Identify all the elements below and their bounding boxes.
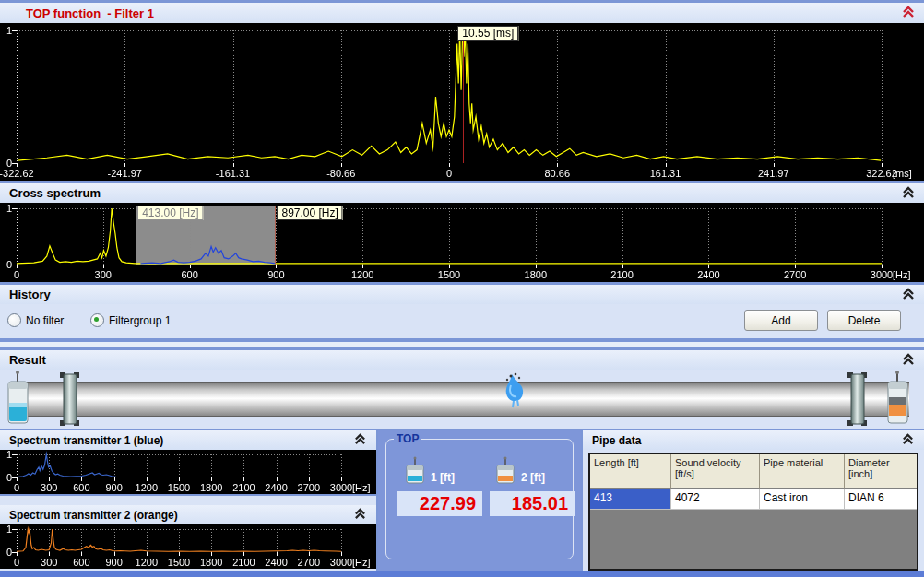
panel-title-spectrum-2: Spectrum transmitter 2 (orange) (0, 509, 178, 522)
result-body (0, 370, 924, 429)
delete-button[interactable]: Delete (827, 310, 901, 331)
leak-marker-icon (499, 371, 530, 413)
spectrum-1-plot (0, 450, 376, 494)
column-header-pipe-material[interactable]: Pipe material (760, 454, 845, 489)
panel-title-pipe-data: Pipe data (583, 434, 641, 447)
panel-title-spectrum-1: Spectrum transmitter 1 (blue) (0, 434, 163, 447)
sensor-2-block: 2 [ft] (493, 456, 545, 486)
collapse-chevron-icon[interactable] (902, 6, 915, 18)
spectrum-1-canvas[interactable] (0, 450, 376, 494)
spectrum-2-plot (0, 524, 376, 569)
column-header-sound-velocity[interactable]: Sound velocity [ft/s] (671, 454, 760, 489)
sensor-2-icon (493, 456, 517, 486)
panel-title-cross-spectrum: Cross spectrum (0, 186, 101, 200)
sensor-1-block: 1 [ft] (403, 456, 455, 486)
panel-header-spectrum-1: Spectrum transmitter 1 (blue) (0, 430, 376, 450)
top-groupbox: TOP 1 [ft] (385, 432, 574, 559)
panel-header-result: Result (0, 350, 924, 370)
add-button[interactable]: Add (744, 310, 818, 331)
pipe-graphic (13, 382, 909, 417)
spectrum-column: Spectrum transmitter 1 (blue) Spectrum t… (0, 430, 376, 571)
pipe-flange-right (845, 371, 871, 430)
divider (0, 494, 376, 505)
app-window: TOP function - Filter 1 Cross spectrum H… (0, 0, 924, 577)
radio-no-filter[interactable]: No filter (7, 313, 64, 327)
sensor-2-label: 2 [ft] (521, 471, 545, 486)
panel-title-result: Result (0, 353, 46, 367)
transmitter-1-icon (5, 370, 32, 430)
panel-header-top-function: TOP function - Filter 1 (0, 3, 924, 23)
panel-header-cross-spectrum: Cross spectrum (0, 183, 924, 203)
radio-circle-icon (90, 313, 104, 327)
cross-spectrum-plot (0, 203, 924, 282)
cross-spectrum-canvas[interactable] (0, 203, 924, 282)
top-groupbox-title: TOP (394, 432, 421, 445)
bottom-row: Spectrum transmitter 1 (blue) Spectrum t… (0, 430, 924, 571)
cell-sound-velocity[interactable]: 4072 (671, 489, 760, 510)
pipe-flange-left (57, 371, 83, 430)
collapse-chevron-icon[interactable] (902, 433, 915, 446)
collapse-chevron-icon[interactable] (354, 433, 367, 446)
top-function-canvas[interactable] (0, 23, 924, 181)
sensor-1-icon (403, 456, 427, 486)
top-result-column: TOP 1 [ft] (376, 430, 583, 571)
history-body: No filter Filtergroup 1 Add Delete (0, 304, 924, 338)
distance-value-2: 185.01 (490, 491, 575, 516)
radio-label: No filter (26, 314, 64, 327)
sensor-1-label: 1 [ft] (431, 471, 455, 486)
collapse-chevron-icon[interactable] (902, 353, 915, 366)
panel-header-history: History (0, 285, 924, 304)
collapse-chevron-icon[interactable] (354, 508, 367, 521)
window-bottom-border (0, 571, 924, 577)
pipe-data-table: Length [ft] Sound velocity [ft/s] Pipe m… (588, 453, 918, 571)
column-header-diameter[interactable]: Diameter [inch] (845, 454, 917, 489)
splitter[interactable] (0, 338, 924, 350)
top-function-plot (0, 23, 924, 181)
panel-title-top-function: TOP function - Filter 1 (0, 6, 154, 20)
cell-pipe-material[interactable]: Cast iron (760, 489, 845, 510)
panel-header-spectrum-2: Spectrum transmitter 2 (orange) (0, 505, 376, 524)
panel-title-history: History (0, 288, 51, 301)
spectrum-2-canvas[interactable] (0, 524, 376, 569)
cell-length[interactable]: 413 (590, 489, 671, 510)
radio-filtergroup-1[interactable]: Filtergroup 1 (90, 313, 171, 327)
radio-label: Filtergroup 1 (109, 314, 171, 327)
collapse-chevron-icon[interactable] (902, 186, 915, 199)
radio-circle-icon (7, 313, 21, 327)
transmitter-2-icon (884, 370, 912, 430)
column-header-length[interactable]: Length [ft] (590, 454, 671, 489)
pipe-data-column: Pipe data Length [ft] Sound velocity [ft… (583, 430, 924, 571)
panel-header-pipe-data: Pipe data (583, 430, 924, 450)
collapse-chevron-icon[interactable] (902, 288, 915, 300)
distance-value-1: 227.99 (397, 491, 482, 516)
cell-diameter[interactable]: DIAN 6 (845, 489, 917, 510)
